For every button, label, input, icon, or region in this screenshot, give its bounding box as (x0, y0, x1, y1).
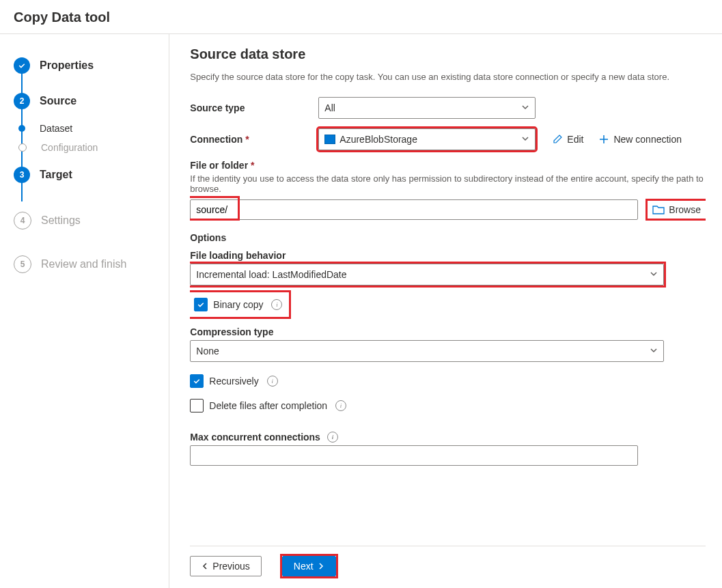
page-title: Copy Data tool (14, 10, 708, 25)
recursively-row: Recursively i (190, 370, 706, 392)
chevron-down-icon (521, 102, 529, 113)
file-or-folder-section: File or folder If the identity you use t… (190, 160, 706, 220)
max-concurrent-label: Max concurrent connections (190, 432, 320, 443)
chevron-down-icon (521, 134, 529, 145)
connection-row: Connection AzureBlobStorage Edit New con… (190, 128, 706, 150)
edit-label: Edit (567, 134, 583, 145)
check-icon (14, 57, 30, 74)
step-label: Dataset (40, 123, 72, 134)
file-loading-section: File loading behavior Incremental load: … (190, 250, 706, 285)
source-type-row: Source type All (190, 97, 706, 119)
step-label: Source (40, 95, 77, 107)
step-settings[interactable]: 4 Settings (7, 202, 169, 239)
step-source[interactable]: 2 Source (7, 83, 169, 119)
previous-button[interactable]: Previous (190, 556, 261, 576)
step-number-icon: 4 (14, 212, 31, 229)
compression-type-label: Compression type (190, 326, 706, 337)
file-or-folder-input[interactable] (190, 199, 638, 220)
new-connection-label: New connection (613, 134, 682, 145)
storage-icon (324, 135, 335, 144)
info-icon[interactable]: i (327, 432, 338, 443)
chevron-down-icon (650, 346, 658, 356)
file-loading-label: File loading behavior (190, 250, 706, 261)
max-concurrent-section: Max concurrent connections i (190, 426, 706, 466)
info-icon[interactable]: i (267, 376, 278, 387)
recursively-label: Recursively (209, 376, 258, 387)
folder-icon (652, 204, 665, 215)
body: Properties 2 Source Dataset Configuratio… (0, 34, 722, 588)
file-or-folder-help: If the identity you use to access the da… (190, 173, 706, 194)
wizard-sidebar: Properties 2 Source Dataset Configuratio… (0, 34, 169, 588)
file-loading-dropdown[interactable]: Incremental load: LastModifiedDate (190, 264, 664, 285)
file-or-folder-label: File or folder (190, 160, 706, 171)
dropdown-value: Incremental load: LastModifiedDate (196, 269, 346, 280)
dropdown-value: AzureBlobStorage (339, 134, 417, 145)
connection-dropdown[interactable]: AzureBlobStorage (318, 128, 536, 150)
connection-label: Connection (190, 134, 318, 145)
chevron-right-icon (318, 563, 324, 570)
options-label: Options (190, 232, 706, 243)
next-button[interactable]: Next (282, 556, 336, 576)
section-description: Specify the source data store for the co… (190, 72, 706, 82)
binary-copy-label: Binary copy (213, 299, 263, 310)
check-icon (193, 377, 201, 385)
step-label: Properties (40, 59, 94, 72)
substep-dot-icon (18, 125, 25, 132)
substep-dot-icon (18, 143, 27, 152)
plus-icon (598, 134, 609, 145)
step-properties[interactable]: Properties (7, 48, 169, 83)
step-review[interactable]: 5 Review and finish (7, 246, 169, 283)
step-label: Settings (41, 214, 81, 227)
dropdown-value: None (196, 346, 219, 356)
delete-files-checkbox[interactable] (190, 399, 204, 412)
binary-copy-checkbox[interactable] (194, 298, 208, 311)
binary-copy-row: Binary copy i (190, 292, 289, 317)
dropdown-value: All (324, 102, 335, 113)
source-type-dropdown[interactable]: All (318, 97, 536, 119)
step-number-icon: 3 (14, 167, 30, 183)
delete-files-row: Delete files after completion i (190, 395, 706, 417)
substep-configuration[interactable]: Configuration (7, 138, 169, 157)
chevron-left-icon (202, 563, 208, 570)
page-header: Copy Data tool (0, 0, 722, 34)
step-number-icon: 5 (14, 255, 31, 273)
compression-section: Compression type None (190, 326, 706, 362)
main-panel: Source data store Specify the source dat… (169, 34, 722, 588)
previous-label: Previous (212, 561, 249, 572)
pencil-icon (552, 134, 563, 145)
browse-label: Browse (669, 204, 701, 215)
info-icon[interactable]: i (271, 299, 282, 310)
next-label: Next (294, 561, 314, 572)
step-label: Target (40, 169, 72, 181)
delete-files-label: Delete files after completion (209, 400, 327, 411)
substep-dataset[interactable]: Dataset (7, 119, 169, 138)
chevron-down-icon (650, 269, 658, 280)
edit-button[interactable]: Edit (548, 131, 587, 148)
new-connection-button[interactable]: New connection (594, 131, 686, 148)
browse-button[interactable]: Browse (648, 201, 706, 219)
step-number-icon: 2 (14, 93, 30, 109)
section-title: Source data store (190, 46, 706, 62)
step-label: Review and finish (41, 258, 126, 270)
source-type-label: Source type (190, 102, 318, 113)
check-icon (197, 300, 205, 309)
step-target[interactable]: 3 Target (7, 157, 169, 193)
info-icon[interactable]: i (335, 400, 346, 411)
compression-type-dropdown[interactable]: None (190, 340, 664, 362)
wizard-footer: Previous Next (190, 546, 706, 588)
max-concurrent-input[interactable] (190, 445, 638, 466)
step-label: Configuration (41, 142, 98, 153)
recursively-checkbox[interactable] (190, 374, 204, 388)
